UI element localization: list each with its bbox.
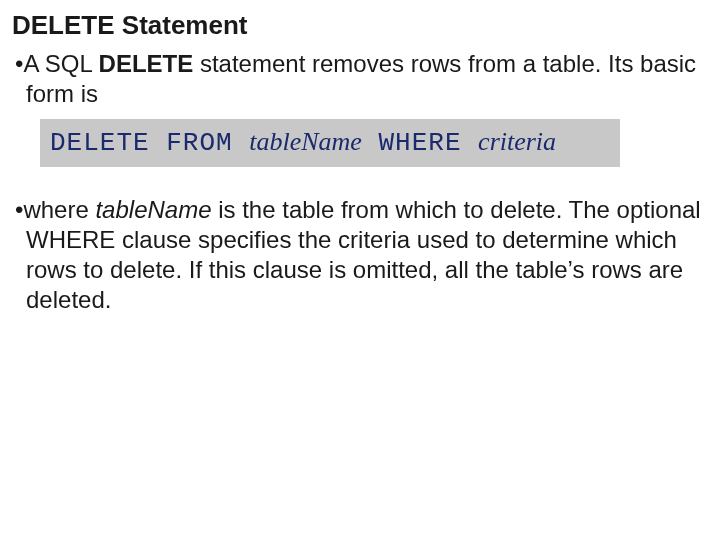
- bullet-item-1: A SQL DELETE statement removes rows from…: [12, 49, 708, 109]
- code-keyword-where: WHERE: [362, 128, 478, 158]
- bullet1-bold: DELETE: [99, 50, 194, 77]
- bullet2-italic: tableName: [95, 196, 211, 223]
- slide-title: DELETE Statement: [12, 10, 708, 41]
- bullet-list: A SQL DELETE statement removes rows from…: [12, 49, 708, 109]
- code-keyword-delete-from: DELETE FROM: [50, 128, 249, 158]
- bullet-list-2: where tableName is the table from which …: [12, 195, 708, 315]
- bullet-item-2: where tableName is the table from which …: [12, 195, 708, 315]
- bullet1-pre: A SQL: [23, 50, 98, 77]
- sql-code-example: DELETE FROM tableName WHERE criteria: [40, 119, 620, 167]
- code-arg-tablename: tableName: [249, 127, 362, 156]
- bullet2-pre: where: [23, 196, 95, 223]
- code-arg-criteria: criteria: [478, 127, 556, 156]
